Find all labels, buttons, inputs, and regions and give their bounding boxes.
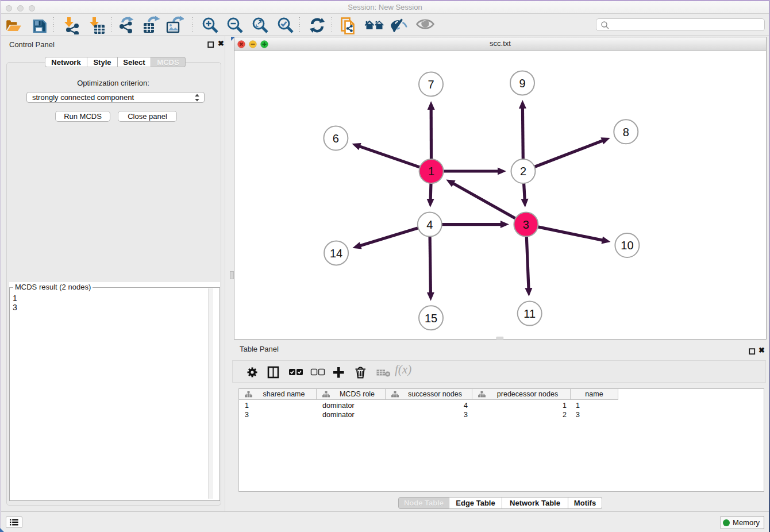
svg-text:15: 15 — [425, 312, 437, 325]
svg-text:10: 10 — [621, 239, 633, 252]
svg-text:7: 7 — [428, 78, 434, 91]
svg-text:2: 2 — [520, 165, 526, 178]
svg-text:14: 14 — [330, 247, 342, 260]
svg-text:1: 1 — [428, 165, 434, 178]
svg-text:3: 3 — [523, 218, 529, 231]
svg-text:4: 4 — [426, 218, 433, 231]
svg-text:8: 8 — [623, 126, 629, 138]
svg-text:11: 11 — [523, 307, 536, 320]
svg-text:6: 6 — [333, 132, 339, 145]
svg-text:9: 9 — [519, 77, 525, 90]
